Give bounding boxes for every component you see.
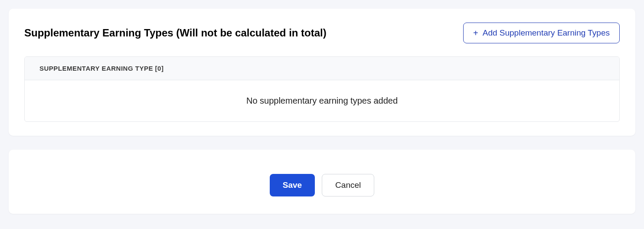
table-header-label: SUPPLEMENTARY EARNING TYPE [0]	[39, 65, 605, 72]
add-supplementary-earning-types-button[interactable]: + Add Supplementary Earning Types	[463, 23, 620, 43]
table-header: SUPPLEMENTARY EARNING TYPE [0]	[25, 57, 619, 80]
add-button-label: Add Supplementary Earning Types	[483, 28, 610, 38]
action-bar: Save Cancel	[9, 150, 635, 214]
button-row: Save Cancel	[270, 174, 375, 196]
cancel-button[interactable]: Cancel	[322, 174, 374, 196]
supplementary-earning-card: Supplementary Earning Types (Will not be…	[9, 9, 635, 136]
save-button[interactable]: Save	[270, 174, 315, 196]
plus-icon: +	[473, 29, 478, 37]
table-body: No supplementary earning types added	[25, 80, 619, 121]
empty-state-message: No supplementary earning types added	[40, 96, 604, 106]
section-title: Supplementary Earning Types (Will not be…	[24, 27, 327, 39]
card-header: Supplementary Earning Types (Will not be…	[24, 23, 620, 43]
earning-types-table: SUPPLEMENTARY EARNING TYPE [0] No supple…	[24, 56, 620, 122]
